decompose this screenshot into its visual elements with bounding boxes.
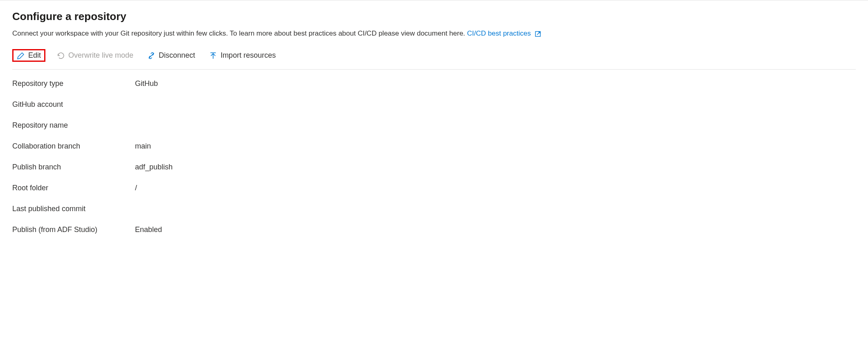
- page-description: Connect your workspace with your Git rep…: [12, 29, 856, 38]
- disconnect-label: Disconnect: [159, 51, 195, 60]
- field-last-published-commit: Last published commit: [12, 205, 856, 213]
- import-icon: [209, 52, 217, 60]
- edit-button[interactable]: Edit: [12, 49, 45, 62]
- import-resources-button[interactable]: Import resources: [207, 50, 278, 61]
- configure-repository-panel: Configure a repository Connect your work…: [0, 0, 868, 244]
- repository-fields: Repository type GitHub GitHub account Re…: [12, 79, 856, 234]
- disconnect-button[interactable]: Disconnect: [145, 50, 198, 61]
- field-value: /: [135, 184, 137, 192]
- overwrite-label: Overwrite live mode: [68, 51, 133, 60]
- field-publish-from-adf-studio: Publish (from ADF Studio) Enabled: [12, 225, 856, 234]
- page-title: Configure a repository: [12, 10, 856, 23]
- field-label: Collaboration branch: [12, 142, 135, 151]
- field-publish-branch: Publish branch adf_publish: [12, 163, 856, 171]
- link-text: CI/CD best practices: [467, 29, 531, 37]
- field-label: Repository type: [12, 79, 135, 88]
- field-value: adf_publish: [135, 163, 173, 171]
- field-label: Publish branch: [12, 163, 135, 171]
- toolbar: Edit Overwrite live mode Disconnect: [12, 49, 856, 70]
- field-label: Root folder: [12, 184, 135, 192]
- disconnect-icon: [147, 52, 155, 60]
- field-value: GitHub: [135, 79, 158, 88]
- field-github-account: GitHub account: [12, 100, 856, 109]
- svg-line-1: [537, 32, 540, 35]
- field-value: main: [135, 142, 151, 151]
- description-text: Connect your workspace with your Git rep…: [12, 29, 465, 37]
- overwrite-live-mode-button: Overwrite live mode: [54, 50, 136, 61]
- import-label: Import resources: [220, 51, 276, 60]
- field-label: Repository name: [12, 121, 135, 130]
- field-label: Publish (from ADF Studio): [12, 225, 135, 234]
- refresh-icon: [57, 52, 65, 60]
- field-collaboration-branch: Collaboration branch main: [12, 142, 856, 151]
- edit-icon: [17, 52, 25, 60]
- field-value: Enabled: [135, 225, 162, 234]
- cicd-best-practices-link[interactable]: CI/CD best practices: [467, 29, 542, 37]
- field-label: Last published commit: [12, 205, 135, 213]
- svg-line-2: [149, 53, 154, 58]
- field-root-folder: Root folder /: [12, 184, 856, 192]
- edit-label: Edit: [28, 51, 41, 60]
- field-repository-type: Repository type GitHub: [12, 79, 856, 88]
- field-label: GitHub account: [12, 100, 135, 109]
- external-link-icon: [535, 31, 541, 37]
- field-repository-name: Repository name: [12, 121, 856, 130]
